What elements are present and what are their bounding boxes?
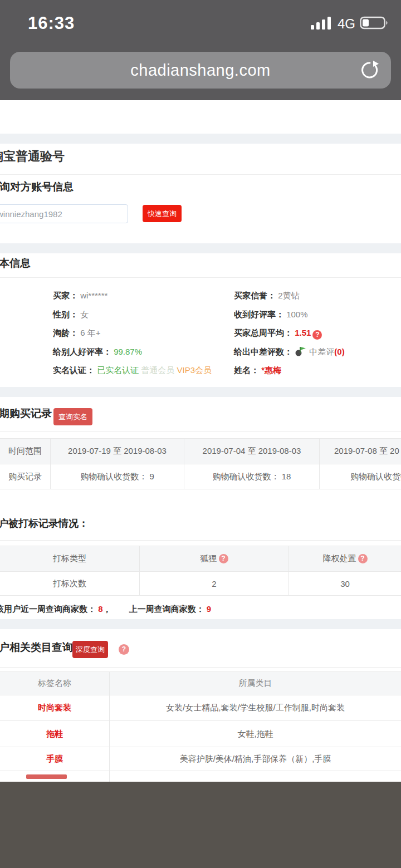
- table-cell: 降权处置: [288, 546, 401, 571]
- purchase-table: 时间范围 2019-07-19 至 2019-08-03 2019-07-04 …: [0, 438, 401, 489]
- info-value: 1.51: [295, 328, 311, 337]
- purchase-count-link[interactable]: 购物确认收货数： 9: [50, 464, 184, 489]
- query-realname-button[interactable]: 查询实名: [53, 408, 92, 425]
- recent-purchases-header: 近期购买记录: [0, 406, 52, 421]
- deep-query-button[interactable]: 深度查询: [72, 641, 108, 658]
- midbad-icon: [295, 349, 309, 358]
- table-row: 手膜 美容护肤/美体/精油,手部保养（新）,手膜: [0, 747, 401, 771]
- info-row-weekly-average: 买家总周平均： 1.51: [234, 327, 322, 339]
- section-gap: [0, 619, 401, 629]
- divider: [0, 540, 401, 541]
- table-cell: 2019-07-04 至 2019-08-03: [184, 439, 319, 464]
- table-cell: 打标次数: [0, 572, 139, 595]
- info-row-taobao-age: 淘龄： 6 年+: [53, 327, 100, 339]
- info-row-praise-received: 收到好评率： 100%: [234, 308, 308, 321]
- weekly-value: 9: [207, 604, 211, 614]
- category-tag-link[interactable]: 时尚套装: [0, 695, 109, 720]
- table-cell: 女鞋,拖鞋: [109, 721, 401, 747]
- browser-bottom-toolbar: 知乎 @查电商: [0, 782, 401, 868]
- vip-member-badge: VIP3会员: [177, 365, 212, 375]
- status-time: 16:33: [28, 13, 75, 33]
- table-cell: 狐狸: [139, 546, 288, 571]
- category-tag-link[interactable]: 拖鞋: [0, 721, 109, 747]
- info-row-realname: 实名认证： 已实名认证 普通会员 VIP3会员: [53, 364, 212, 376]
- divider: [0, 667, 401, 668]
- purchase-count-link[interactable]: 购物确认收货数: [319, 464, 401, 489]
- divider: [0, 174, 401, 175]
- table-row: 时间范围 2019-07-19 至 2019-08-03 2019-07-04 …: [0, 439, 401, 464]
- info-label: 性别：: [53, 310, 78, 319]
- account-query-input[interactable]: [0, 204, 128, 223]
- table-row: 打标类型 狐狸 降权处置: [0, 546, 401, 571]
- table-cell: 女装/女士精品,套装/学生校服/工作制服,时尚套装: [109, 695, 401, 720]
- column-label: 狐狸: [200, 553, 217, 564]
- info-value: 女: [80, 310, 89, 319]
- table-cell: 时间范围: [0, 439, 50, 464]
- weekly-value: 8: [98, 604, 102, 614]
- divider: [0, 431, 401, 432]
- table-row: 标签名称 所属类目: [0, 672, 401, 695]
- category-tag-link[interactable]: 手膜: [0, 747, 109, 771]
- basic-info-header: 基本信息: [0, 256, 31, 271]
- purchase-count-link[interactable]: 购物确认收货数： 18: [184, 464, 319, 489]
- browser-top-chrome: 16:33 4G chadianshang.com: [0, 0, 401, 100]
- weekly-label: 该用户近一周查询商家数：: [0, 604, 96, 614]
- quick-query-button[interactable]: 快速查询: [143, 205, 182, 222]
- table-row: 拖鞋 女鞋,拖鞋: [0, 720, 401, 747]
- category-table: 标签名称 所属类目 时尚套装 女装/女士精品,套装/学生校服/工作制服,时尚套装…: [0, 671, 401, 782]
- table-row: 时尚套装 女装/女士精品,套装/学生校服/工作制服,时尚套装: [0, 695, 401, 720]
- info-row-buyer-credit: 买家信誉： 2黄钻: [234, 290, 300, 302]
- table-cell: 30: [288, 572, 401, 595]
- divider: [0, 277, 401, 278]
- info-value: 6 年+: [80, 328, 100, 337]
- separator: ，: [103, 604, 111, 614]
- status-icons: 4G: [311, 16, 389, 32]
- table-cell: 打标类型: [0, 546, 139, 571]
- marking-section-header: 用户被打标记录情况：: [0, 517, 89, 530]
- page-content: 淘宝普通验号 查询对方账号信息 快速查询 基本信息 买家： wi****** 性…: [0, 100, 401, 782]
- table-row-partial: [0, 771, 401, 782]
- info-row-praise-given: 给别人好评率： 99.87%: [53, 346, 142, 358]
- help-icon[interactable]: [312, 330, 322, 340]
- info-row-name: 姓名： *惠梅: [234, 364, 281, 376]
- url-bar[interactable]: chadianshang.com: [10, 52, 391, 89]
- section-gap: [0, 134, 401, 144]
- table-cell: 美容护肤/美体/精油,手部保养（新）,手膜: [109, 747, 401, 771]
- info-row-buyer: 买家： wi******: [53, 290, 107, 302]
- table-cell: 2019-07-08 至 20: [319, 439, 401, 464]
- weekly-label: 上一周查询商家数：: [129, 604, 204, 614]
- browser-screen: 16:33 4G chadianshang.com: [0, 0, 401, 868]
- help-icon[interactable]: [358, 554, 368, 563]
- info-label: 实名认证：: [53, 365, 95, 375]
- table-cell: 所属类目: [109, 672, 401, 695]
- marking-table: 打标类型 狐狸 降权处置 打标次数 2 30: [0, 546, 401, 596]
- page-title: 淘宝普通验号: [0, 148, 65, 165]
- weekly-query-line: 该用户近一周查询商家数： 8， 上一周查询商家数： 9: [0, 603, 211, 615]
- info-row-bad-reviews: 给出中差评数： 中差评(0): [234, 346, 345, 358]
- realname-verified-badge: 已实名认证: [97, 365, 139, 375]
- table-row: 购买记录 购物确认收货数： 9 购物确认收货数： 18 购物确认收货数: [0, 464, 401, 489]
- info-label: 买家信誉：: [234, 291, 276, 300]
- reload-icon[interactable]: [360, 60, 380, 82]
- info-label: 给出中差评数：: [234, 347, 292, 356]
- table-cell: 2019-07-19 至 2019-08-03: [50, 439, 184, 464]
- info-label: 给别人好评率：: [53, 347, 111, 356]
- info-label: 买家总周平均：: [234, 328, 292, 337]
- info-value: 100%: [286, 310, 307, 319]
- masked-name-value: *惠梅: [261, 365, 281, 375]
- category-section-header: 用户相关类目查询: [0, 640, 73, 655]
- help-icon[interactable]: [119, 644, 129, 655]
- bad-review-count: (0): [334, 347, 344, 356]
- column-label: 降权处置: [323, 553, 356, 564]
- table-cell: 购买记录: [0, 464, 50, 489]
- battery-icon: [360, 16, 389, 32]
- info-row-gender: 性别： 女: [53, 308, 89, 321]
- section-gap: [0, 387, 401, 397]
- normal-member-badge: 普通会员: [141, 365, 174, 375]
- clipped-tag-text: [26, 774, 67, 779]
- signal-icon: [311, 16, 333, 32]
- help-icon[interactable]: [219, 554, 228, 563]
- info-label: 收到好评率：: [234, 310, 284, 319]
- info-label: 买家：: [53, 291, 78, 300]
- info-label: 淘龄：: [53, 328, 78, 337]
